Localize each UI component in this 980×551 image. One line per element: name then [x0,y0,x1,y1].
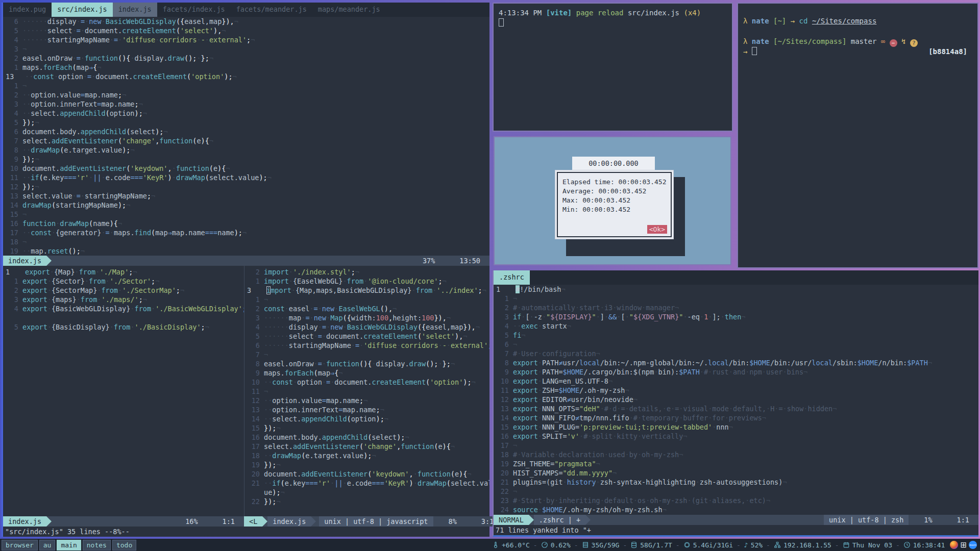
code-line[interactable]: 19ZSH_THEME="pragmata"¬ [494,459,978,468]
code-line[interactable]: 4··select.appendChild(option);¬ [3,109,489,118]
code-line[interactable]: 2··option.value=map.name;¬ [3,90,489,99]
code-line[interactable]: 5······select·=·document.createElement('… [244,332,489,341]
code-line[interactable]: 15export·NNN_PLUG='p:preview-tui;t:previ… [494,422,978,432]
code-line[interactable]: 8export·PATH≠usr/local/bin:~/.npm-global… [494,358,978,367]
firefox-tray-icon[interactable] [950,541,958,549]
workspace-main[interactable]: main [57,540,81,550]
code-line[interactable]: 23#·Start·by·inheriting·default·os·oh-my… [494,496,978,505]
code-line[interactable]: 3¬ [3,44,489,54]
code-line[interactable]: 14drawMap(startingMapName);¬ [3,201,489,210]
zoom-tray-icon[interactable]: zoom [969,541,977,549]
code-line[interactable]: 11export·ZSH=$HOME/.oh-my-zsh¬ [494,386,978,395]
code-line[interactable]: 3export·{maps}·from·'./maps/';¬ [3,295,244,304]
code-line[interactable]: 2export·{SectorMap}·from·'./SectorMap';¬ [3,286,244,295]
code-line[interactable]: 2import·'./index.styl';¬ [244,267,489,277]
tab-zshrc[interactable]: .zshrc [494,270,530,285]
code-line[interactable]: 1export·{Sector}·from·'./Sector';¬ [3,277,244,286]
code-line[interactable]: 4······startingMapName·=·'diffuse·corrid… [3,35,489,44]
code-line[interactable]: 11¬ [244,387,489,396]
code-line[interactable]: 1¬ [494,294,978,303]
code-line[interactable]: 5······select·=·document.createElement('… [3,26,489,35]
code-line[interactable]: 7#·User·configuration¬ [494,349,978,358]
code-line[interactable]: 5});¬ [3,118,489,127]
code-line[interactable]: 12export·EDITOR≠usr/bin/neovide¬ [494,395,978,404]
code-line[interactable]: 9maps.forEach(map⇒{¬ [244,368,489,378]
workspace-todo[interactable]: todo [112,540,136,550]
code-line[interactable]: 9export·PATH=$HOME/.cargo/bin:$(npm·bin)… [494,367,978,377]
code-line[interactable]: 8··drawMap(e.target.value);¬ [3,145,489,155]
ok-button[interactable]: <Ok> [647,225,667,234]
code-line[interactable]: 3······map·=·new·Map({width:100,height:1… [244,313,489,322]
code-line[interactable]: 13··option.innerText=map.name;¬ [244,405,489,414]
code-line[interactable]: 1maps.forEach(map⇒{¬ [3,63,489,72]
code-line[interactable]: 8easel.onDraw·=·function(){·display.draw… [244,359,489,368]
code-line[interactable]: 1¬ [244,295,489,304]
code-line[interactable]: 17select.addEventListener('change',funct… [244,442,489,451]
code-line[interactable]: 22});¬ [244,497,489,506]
code-line[interactable]: 21plugins=(git·history·zsh-syntax-highli… [494,478,978,487]
code-line[interactable]: 19··map.reset();¬ [3,246,489,256]
code-line[interactable]: 10export·LANG=en_US.UTF-8¬ [494,377,978,386]
code-line[interactable]: 3if·[·-z·"${DISPLAY}"·]·&&·[·"${XDG_VTNR… [494,312,978,321]
code-line[interactable]: 2easel.onDraw·=·function(){·display.draw… [3,54,489,63]
code-line[interactable]: 13··const·option·=·document.createElemen… [3,72,489,81]
tab-facets-index-js[interactable]: facets/index.js [157,3,231,17]
code-line[interactable]: 7¬ [244,350,489,359]
code-line[interactable]: 13export·NNN_OPTS="deH"·#·d·=·details,·e… [494,404,978,413]
code-line[interactable]: 5export·{BasicDisplay}·from·'./BasicDisp… [3,322,244,332]
code-line[interactable]: ue);¬ [244,488,489,497]
code-line[interactable]: 19});¬ [244,460,489,469]
code-line[interactable]: 7select.addEventListener('change',functi… [3,136,489,145]
code-line[interactable]: 1¬ [3,81,489,90]
code-line[interactable]: 18··drawMap(e.target.value);¬ [244,451,489,460]
tab-index-js[interactable]: index.js [113,3,157,17]
code-line[interactable]: 1import·{EaselWebGL}·from·'@ion-cloud/co… [244,277,489,286]
code-line[interactable]: 14export·NNN_FIFO≠tmp/nnn.fifo·#·tempora… [494,413,978,422]
code-line[interactable]: 2#·automatically·start·i3·window·manager… [494,303,978,312]
code-line[interactable]: 6document.body.appendChild(select);¬ [3,127,489,136]
code-line[interactable]: 3import·{Map,maps,BasicWebGLDisplay}·fro… [244,286,489,295]
code-line[interactable]: 4··exec·startx¬ [494,321,978,331]
code-line[interactable]: 1#!/bin/bash¬ [494,285,978,294]
code-line[interactable]: 4export·{BasicWebGLDisplay}·from·'./Basi… [3,304,244,313]
code-line[interactable]: 9});¬ [3,155,489,164]
tab-maps-meander-js[interactable]: maps/meander.js [312,3,386,17]
code-line[interactable]: 6······display·=·new·BasicWebGLDisplay({… [3,17,489,26]
code-line[interactable]: 18#·Variable·declaration·used·by·oh-my-z… [494,450,978,459]
code-line[interactable]: 16export·SPLIT='v'·#·split·kitty·vertica… [494,432,978,441]
code-line[interactable]: 12});¬ [3,182,489,191]
code-line[interactable]: 15¬ [3,210,489,219]
code-line[interactable]: 18¬ [3,237,489,246]
code-line[interactable]: 11··if(e.key==='r'·||·e.code==='KeyR')·d… [3,173,489,182]
code-line[interactable]: 21··if(e.key==='r'·||·e.code==='KeyR')·d… [244,479,489,488]
code-line[interactable] [3,313,244,322]
code-line[interactable]: 13select.value·=·startingMapName;¬ [3,191,489,201]
tiles-tray-icon[interactable]: ⊞ [960,541,967,549]
code-line[interactable]: 2const·easel·=·new·EaselWebGL(),¬ [244,304,489,313]
tab-index-pug[interactable]: index.pug [3,3,52,17]
code-line[interactable]: 17··const·{generator}·=·maps.find(map⇒ma… [3,228,489,237]
code-line[interactable]: 6¬ [494,340,978,349]
code-line[interactable]: 3··option.innerText=map.name;¬ [3,99,489,109]
code-line[interactable]: 20document.addEventListener('keydown',·f… [244,469,489,479]
code-line[interactable]: 14··select.appendChild(option);¬ [244,414,489,423]
code-line[interactable]: 15});¬ [244,423,489,433]
code-line[interactable]: 22¬ [494,487,978,496]
code-line[interactable]: 4······display·=·new·BasicWebGLDisplay({… [244,322,489,332]
tab-facets-meander-js[interactable]: facets/meander.js [231,3,312,17]
code-line[interactable]: 6······startingMapName·=·'diffuse·corrid… [244,341,489,350]
workspace-au[interactable]: au [39,540,56,550]
code-line[interactable]: 10document.addEventListener('keydown',·f… [3,164,489,173]
code-line[interactable]: 20HIST_STAMPS="dd.mm.yyyy"¬ [494,468,978,478]
code-line[interactable]: 16function·drawMap(name){¬ [3,219,489,228]
code-line[interactable]: 10··const·option·=·document.createElemen… [244,378,489,387]
code-line[interactable]: 1export·{Map}·from·'./Map';¬ [3,267,244,277]
code-line[interactable]: 24source·$HOME/.oh-my-zsh/oh-my-zsh.sh¬ [494,505,978,514]
tab-src-index-js[interactable]: src/index.js [52,3,113,17]
code-line[interactable]: 16document.body.appendChild(select);¬ [244,433,489,442]
code-line[interactable]: 5fi¬ [494,331,978,340]
workspace-browser[interactable]: browser [2,540,38,550]
code-line[interactable]: 17¬ [494,441,978,450]
code-line[interactable]: 12··option.value=map.name;¬ [244,396,489,405]
workspace-notes[interactable]: notes [83,540,111,550]
